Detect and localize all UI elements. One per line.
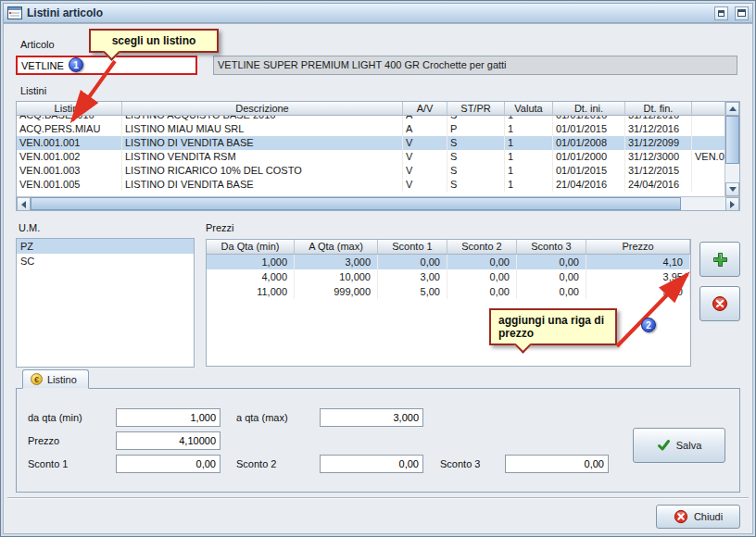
tab-listino-label: Listino <box>47 374 77 385</box>
table-row[interactable]: VEN.001.002LISTINO VENDITA RSMVS101/01/2… <box>17 150 724 164</box>
titlebar[interactable]: Listini articolo <box>3 3 753 23</box>
table-cell: LISTINO DI VENDITA BASE <box>122 178 403 192</box>
um-item[interactable]: PZ <box>17 239 194 254</box>
add-price-row-button[interactable] <box>699 242 740 277</box>
table-row[interactable]: VEN.001.001LISTINO DI VENDITA BASEVS101/… <box>17 136 724 150</box>
listini-label: Listini <box>20 85 46 96</box>
table-cell: 3,95 <box>586 269 690 284</box>
table-cell: P <box>447 122 505 136</box>
table-row[interactable]: 11,000999,0005,000,000,003,80 <box>207 284 690 299</box>
scroll-up-button[interactable] <box>725 102 739 116</box>
tab-listino[interactable]: € Listino <box>22 369 89 389</box>
um-list: PZSC <box>16 238 195 368</box>
scroll-down-button[interactable] <box>725 182 739 196</box>
articolo-code-input[interactable] <box>16 56 197 75</box>
float-window-button[interactable] <box>714 6 728 20</box>
table-cell: 1 <box>505 136 553 150</box>
table-cell: LISTINO VENDITA RSM <box>122 150 403 164</box>
listini-vertical-scrollbar[interactable] <box>724 102 739 196</box>
listini-horizontal-scrollbar[interactable] <box>17 196 739 210</box>
close-button[interactable]: Chiudi <box>656 505 740 529</box>
horizontal-scroll-thumb[interactable] <box>31 197 681 210</box>
table-cell: ACQ.BASE2016 <box>17 116 122 122</box>
table-row[interactable]: ACQ.PERS.MIAULISTINO MIAU MIAU SRLAP101/… <box>17 122 724 136</box>
table-cell: 3,000 <box>295 255 378 269</box>
delete-price-row-button[interactable] <box>699 286 740 321</box>
column-header[interactable]: ST/PR <box>447 102 505 116</box>
table-cell: 01/01/2015 <box>553 164 625 178</box>
table-cell: 999,000 <box>295 284 378 299</box>
table-cell: 3,80 <box>586 284 690 299</box>
table-row[interactable]: 1,0003,0000,000,000,004,10 <box>207 255 690 269</box>
column-header[interactable]: Dt. ini. <box>553 102 625 116</box>
maximize-window-button[interactable] <box>735 6 749 20</box>
table-cell: 0,00 <box>517 269 586 284</box>
column-header[interactable]: Dt. fin. <box>625 102 692 116</box>
table-cell: 21/04/2016 <box>553 178 625 192</box>
sconto1-input[interactable] <box>116 455 220 473</box>
sconto2-input[interactable] <box>320 455 423 473</box>
callout-scegli-listino: scegli un listino <box>89 29 219 53</box>
table-cell <box>692 116 724 122</box>
column-header[interactable]: Descrizione <box>122 102 403 116</box>
scroll-right-button[interactable] <box>725 197 739 211</box>
prezzi-table: Da Qta (min)A Qta (max)Sconto 1Sconto 2S… <box>206 239 691 367</box>
table-cell: A <box>403 122 447 136</box>
table-cell: VEN.001.003 <box>17 164 122 178</box>
table-cell: 3,00 <box>378 269 447 284</box>
table-cell: VEN.0 <box>692 150 724 164</box>
close-icon <box>674 509 688 524</box>
table-row[interactable]: 4,00010,0003,000,000,003,95 <box>207 269 690 284</box>
column-header[interactable]: Sconto 3 <box>517 240 586 255</box>
column-header[interactable]: A Qta (max) <box>295 240 378 255</box>
table-cell: 4,10 <box>586 255 690 269</box>
table-cell: LISTINO MIAU MIAU SRL <box>122 122 403 136</box>
delete-icon <box>712 295 728 312</box>
um-item[interactable]: SC <box>17 254 194 268</box>
sconto3-input[interactable] <box>505 455 609 473</box>
um-label: U.M. <box>19 222 40 233</box>
euro-coin-icon: € <box>31 373 43 385</box>
column-header[interactable]: Listino <box>17 102 122 116</box>
column-header[interactable]: Valuta <box>505 102 553 116</box>
column-header[interactable]: Prezzo <box>586 240 690 255</box>
table-cell: 31/12/2016 <box>625 122 692 136</box>
table-cell <box>692 178 724 192</box>
table-cell: S <box>447 116 505 122</box>
table-row[interactable]: VEN.001.003LISTINO RICARICO 10% DEL COST… <box>17 164 724 178</box>
column-header[interactable]: A/V <box>403 102 447 116</box>
table-row[interactable]: VEN.001.005LISTINO DI VENDITA BASEVS121/… <box>17 178 724 192</box>
table-cell: 1 <box>505 164 553 178</box>
column-header[interactable] <box>692 102 724 116</box>
listini-viewport: ACQ.BASE2016LISTINO ACQUISTO BASE 2016AS… <box>17 116 724 196</box>
table-cell: 10,000 <box>295 269 378 284</box>
footer-separator <box>7 497 749 499</box>
sconto1-label: Sconto 1 <box>28 458 68 469</box>
table-cell: 11,000 <box>207 284 295 299</box>
window-title: Listini articolo <box>27 6 103 19</box>
table-cell: 1,000 <box>207 255 295 269</box>
listini-table: ListinoDescrizioneA/VST/PRValutaDt. ini.… <box>16 101 740 211</box>
table-cell: V <box>403 150 447 164</box>
a-qta-input[interactable] <box>320 408 423 427</box>
down-arrow-icon <box>729 187 737 192</box>
table-cell <box>692 122 724 136</box>
table-cell: 0,00 <box>447 284 517 299</box>
step-2-badge: 2 <box>641 318 656 332</box>
prezzo-input[interactable] <box>116 431 220 450</box>
da-qta-input[interactable] <box>116 408 220 427</box>
table-cell: V <box>403 136 447 150</box>
listini-header-row: ListinoDescrizioneA/VST/PRValutaDt. ini.… <box>17 102 724 116</box>
column-header[interactable]: Sconto 2 <box>447 240 517 255</box>
save-button[interactable]: Salva <box>633 428 725 463</box>
column-header[interactable]: Sconto 1 <box>378 240 447 255</box>
table-cell <box>692 136 724 150</box>
left-arrow-icon <box>21 201 26 208</box>
table-cell: V <box>403 178 447 192</box>
table-cell: 01/01/2000 <box>553 150 625 164</box>
scroll-left-button[interactable] <box>17 197 31 211</box>
table-row[interactable]: ACQ.BASE2016LISTINO ACQUISTO BASE 2016AS… <box>17 116 724 122</box>
vertical-scroll-thumb[interactable] <box>725 116 739 164</box>
column-header[interactable]: Da Qta (min) <box>207 240 295 255</box>
table-cell: 0,00 <box>447 269 517 284</box>
